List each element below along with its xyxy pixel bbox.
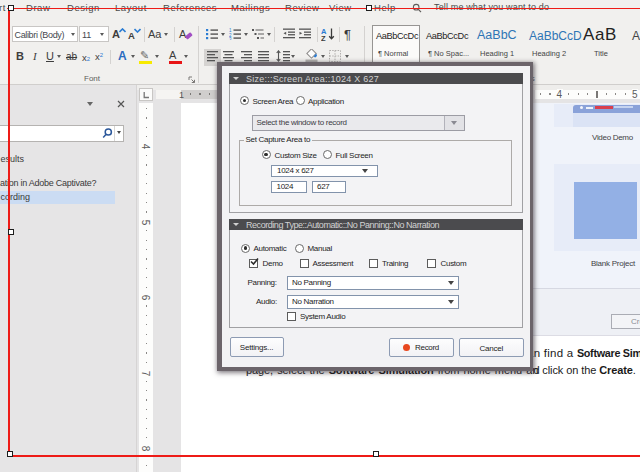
svg-text:3: 3: [229, 37, 232, 41]
svg-text:Z: Z: [321, 34, 326, 41]
